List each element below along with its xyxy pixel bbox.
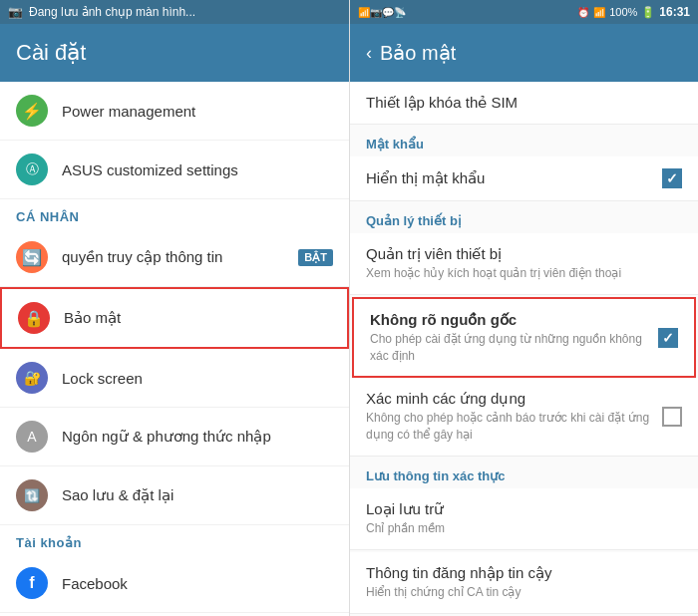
unknown-sources-checkbox[interactable] <box>658 328 678 348</box>
privacy-label: quyền truy cập thông tin <box>62 248 222 266</box>
sec-item-verify-apps[interactable]: Xác minh các ứng dụng Không cho phép hoặ… <box>350 378 698 457</box>
header-title: Cài đặt <box>16 40 86 66</box>
status-bar-left: 📷 Đang lưu ảnh chụp màn hình... <box>0 0 349 24</box>
admin-sublabel: Xem hoặc hủy kích hoạt quản trị viên điệ… <box>366 265 682 282</box>
sim-lock-label: Thiết lập khóa thẻ SIM <box>366 94 518 111</box>
show-password-label: Hiển thị mật khẩu <box>366 169 485 187</box>
trusted-credentials-label: Thông tin đăng nhập tin cậy <box>366 564 551 581</box>
sec-item-show-password[interactable]: Hiển thị mật khẩu <box>350 156 698 201</box>
power-icon: ⚡ <box>16 95 48 127</box>
storage-type-label: Loại lưu trữ <box>366 500 444 517</box>
settings-item-backup[interactable]: 🔃 Sao lưu & đặt lại <box>0 466 349 525</box>
show-password-checkbox[interactable] <box>662 168 682 188</box>
bao-mat-label: Bảo mật <box>64 309 121 327</box>
admin-label: Quản trị viên thiết bị <box>366 245 502 262</box>
settings-item-power[interactable]: ⚡ Power management <box>0 82 349 141</box>
settings-item-facebook[interactable]: f Facebook <box>0 554 349 613</box>
right-panel: 📶📷💬📡 ⏰ 📶 100% 🔋 16:31 ‹ Bảo mật Thiết lậ… <box>349 0 698 616</box>
camera-icon: 📷 <box>8 5 23 19</box>
lock-screen-icon: 🔐 <box>16 362 48 394</box>
sec-section-luu-xac-thuc: Lưu thông tin xác thực <box>350 459 698 488</box>
privacy-toggle-container[interactable]: BẬT <box>298 249 333 266</box>
asus-icon: Ⓐ <box>16 154 48 185</box>
bao-mat-icon: 🔒 <box>18 302 50 334</box>
sec-section-mat-khau: Mật khẩu <box>350 127 698 156</box>
trusted-credentials-sublabel: Hiển thị chứng chỉ CA tin cậy <box>366 584 682 601</box>
language-label: Ngôn ngữ & phương thức nhập <box>62 428 271 446</box>
sec-item-storage-type[interactable]: Loại lưu trữ Chỉ phần mềm <box>350 488 698 550</box>
backup-label: Sao lưu & đặt lại <box>62 486 174 504</box>
back-arrow-icon[interactable]: ‹ <box>366 43 372 64</box>
facebook-label: Facebook <box>62 575 128 592</box>
security-title: Bảo mật <box>380 41 456 65</box>
sec-item-sim-lock[interactable]: Thiết lập khóa thẻ SIM <box>350 82 698 125</box>
battery-icon: 🔋 <box>641 6 655 19</box>
sec-item-unknown-sources[interactable]: Không rõ nguồn gốc Cho phép cài đặt ứng … <box>352 297 696 379</box>
quan-ly-header: Quản lý thiết bị <box>366 213 462 228</box>
alarm-icon: ⏰ <box>577 7 589 18</box>
unknown-sources-label: Không rõ nguồn gốc <box>370 311 517 328</box>
unknown-sources-sublabel: Cho phép cài đặt ứng dụng từ những nguồn… <box>370 331 650 365</box>
section-tai-khoan: Tài khoản <box>0 525 349 554</box>
sec-item-trusted-credentials[interactable]: Thông tin đăng nhập tin cậy Hiển thị chứ… <box>350 552 698 614</box>
verify-apps-label: Xác minh các ứng dụng <box>366 390 525 407</box>
facebook-icon: f <box>16 567 48 599</box>
time-display: 16:31 <box>659 5 690 19</box>
settings-item-bao-mat[interactable]: 🔒 Bảo mật <box>0 287 349 349</box>
privacy-icon: 🔄 <box>16 241 48 273</box>
header-left: Cài đặt <box>0 24 349 82</box>
wifi-icon: 📶 <box>593 7 605 18</box>
status-bar-right: 📶📷💬📡 ⏰ 📶 100% 🔋 16:31 <box>350 0 698 24</box>
left-panel: 📷 Đang lưu ảnh chụp màn hình... Cài đặt … <box>0 0 349 616</box>
verify-apps-checkbox[interactable] <box>662 407 682 427</box>
lock-screen-label: Lock screen <box>62 370 143 387</box>
asus-label: ASUS customized settings <box>62 161 238 178</box>
sec-item-admin[interactable]: Quản trị viên thiết bị Xem hoặc hủy kích… <box>350 233 698 295</box>
verify-apps-sublabel: Không cho phép hoặc cảnh báo trước khi c… <box>366 410 654 444</box>
settings-item-language[interactable]: A Ngôn ngữ & phương thức nhập <box>0 408 349 466</box>
language-icon: A <box>16 421 48 453</box>
status-text: Đang lưu ảnh chụp màn hình... <box>29 5 195 19</box>
settings-item-lock-screen[interactable]: 🔐 Lock screen <box>0 349 349 408</box>
section-ca-nhan: CÁ NHÂN <box>0 199 349 228</box>
header-right: ‹ Bảo mật <box>350 24 698 82</box>
battery-text: 100% <box>609 6 637 18</box>
status-icons-left: 📶📷💬📡 <box>358 7 406 18</box>
power-label: Power management <box>62 103 195 120</box>
storage-type-sublabel: Chỉ phần mềm <box>366 520 682 537</box>
settings-item-privacy[interactable]: 🔄 quyền truy cập thông tin BẬT <box>0 228 349 287</box>
mat-khau-header: Mật khẩu <box>366 137 424 152</box>
security-list: Thiết lập khóa thẻ SIM Mật khẩu Hiển thị… <box>350 82 698 616</box>
settings-item-asus[interactable]: Ⓐ ASUS customized settings <box>0 141 349 199</box>
backup-icon: 🔃 <box>16 479 48 511</box>
luu-xac-thuc-header: Lưu thông tin xác thực <box>366 468 506 483</box>
settings-list: ⚡ Power management Ⓐ ASUS customized set… <box>0 82 349 616</box>
sec-section-quan-ly: Quản lý thiết bị <box>350 203 698 233</box>
bat-badge: BẬT <box>298 249 333 266</box>
